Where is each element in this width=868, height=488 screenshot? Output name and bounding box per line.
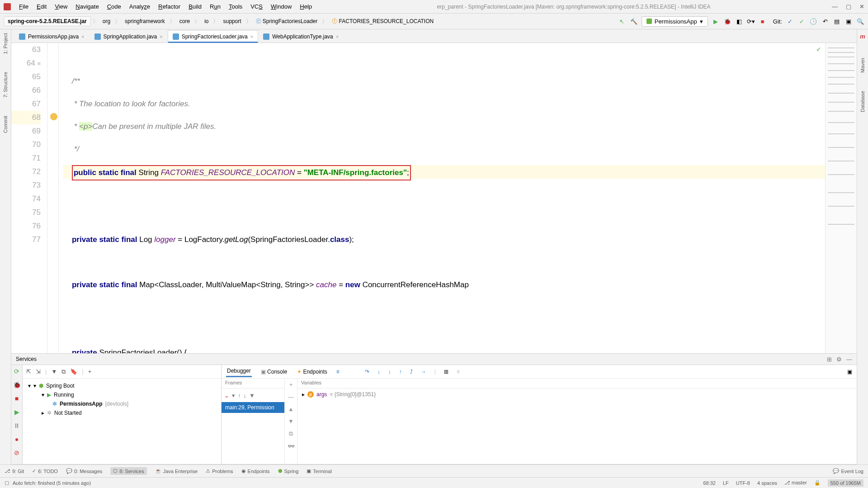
search-icon[interactable]: 🔍 bbox=[856, 17, 864, 25]
layout-icon[interactable]: ▣ bbox=[847, 369, 852, 375]
thread-icon[interactable]: ⌄ bbox=[224, 392, 229, 399]
tool-maven[interactable]: Maven bbox=[860, 58, 865, 73]
tool-todo[interactable]: ✓6: TODO bbox=[32, 468, 58, 474]
inspection-ok-icon[interactable]: ✓ bbox=[816, 46, 821, 53]
breadcrumb-item[interactable]: core bbox=[177, 17, 193, 25]
filter-icon[interactable]: ▼ bbox=[51, 368, 57, 375]
frame-item[interactable]: main:29, Permission bbox=[222, 402, 284, 413]
variable-row[interactable]: ▸p args = {String[0]@1351} bbox=[302, 391, 852, 398]
git-commit-icon[interactable]: ✓ bbox=[797, 17, 806, 25]
editor[interactable]: ✓ 6364 ≡65666768697071727374757677 /** *… bbox=[11, 43, 857, 353]
glasses-icon[interactable]: 👓 bbox=[288, 443, 295, 450]
encoding[interactable]: UTF-8 bbox=[736, 480, 750, 486]
debug-icon[interactable]: 🐞 bbox=[723, 17, 731, 25]
minimize-icon[interactable]: — bbox=[832, 3, 838, 10]
close-icon[interactable]: × bbox=[250, 34, 253, 39]
tab-web-application-type[interactable]: WebApplicationType.java× bbox=[258, 30, 344, 43]
collapse-all-icon[interactable]: ⇲ bbox=[36, 368, 41, 375]
remove-watch-icon[interactable]: — bbox=[288, 393, 294, 400]
evaluate-icon[interactable]: ⊞ bbox=[444, 369, 448, 375]
menu-build[interactable]: Build bbox=[185, 1, 205, 12]
menu-view[interactable]: View bbox=[51, 1, 71, 12]
memory-indicator[interactable]: 550 of 1965M bbox=[828, 479, 863, 487]
down-icon[interactable]: ▼ bbox=[288, 418, 294, 425]
fold-column[interactable] bbox=[47, 43, 59, 353]
menu-run[interactable]: Run bbox=[206, 1, 224, 12]
menu-code[interactable]: Code bbox=[104, 1, 125, 12]
close-icon[interactable]: ✕ bbox=[859, 3, 864, 10]
gear-icon[interactable]: ⚙ bbox=[836, 356, 842, 363]
maven-icon[interactable]: m bbox=[860, 33, 865, 40]
tool-git[interactable]: ⎇9: Git bbox=[5, 468, 24, 474]
tool-problems[interactable]: ⚠Problems bbox=[206, 468, 233, 474]
frames-list[interactable]: main:29, Permission bbox=[222, 402, 284, 464]
close-icon[interactable]: × bbox=[81, 34, 84, 39]
tool-services[interactable]: ⬡8: Services bbox=[110, 467, 146, 475]
breadcrumb-item[interactable]: ⓒ SpringFactoriesLoader bbox=[253, 17, 321, 26]
run-icon[interactable]: 🐞 bbox=[13, 381, 21, 389]
group-icon[interactable]: ⧉ bbox=[61, 368, 66, 375]
mute-bp-icon[interactable]: ⊘ bbox=[14, 449, 19, 456]
tree-app[interactable]: ✲PermissionsApp [devtools] bbox=[26, 399, 217, 408]
run-icon[interactable]: ▶ bbox=[712, 17, 720, 25]
bookmark-icon[interactable]: 🔖 bbox=[70, 368, 77, 375]
tab-debugger[interactable]: Debugger bbox=[226, 366, 252, 377]
step-into-icon[interactable]: ↓ bbox=[377, 369, 380, 375]
rerun-icon[interactable]: ⟳ bbox=[14, 368, 19, 375]
services-tree-body[interactable]: ▾▾⬢Spring Boot ▾▶Running ✲PermissionsApp… bbox=[23, 379, 221, 464]
git-history-icon[interactable]: 🕓 bbox=[809, 17, 817, 25]
menu-refactor[interactable]: Refactor bbox=[155, 1, 184, 12]
menu-file[interactable]: File bbox=[15, 1, 32, 12]
stop-icon[interactable]: ■ bbox=[15, 395, 19, 402]
resume-icon[interactable]: ▶ bbox=[14, 408, 19, 416]
tool-messages[interactable]: 💬0: Messages bbox=[66, 468, 102, 474]
run-config-selector[interactable]: PermissionsApp ▾ bbox=[642, 16, 708, 27]
pause-icon[interactable]: ⏸ bbox=[14, 422, 20, 429]
run-to-cursor-icon[interactable]: → bbox=[421, 369, 426, 375]
tool-structure[interactable]: 7: Structure bbox=[3, 72, 8, 98]
stop-icon[interactable]: ■ bbox=[759, 17, 767, 25]
breakpoints-icon[interactable]: ● bbox=[15, 436, 19, 443]
breadcrumb-item[interactable]: springframework bbox=[122, 17, 168, 25]
drop-frame-icon[interactable]: ⤴ bbox=[410, 369, 413, 375]
back-icon[interactable]: ↖ bbox=[618, 17, 626, 25]
step-out-icon[interactable]: ↑ bbox=[399, 369, 402, 375]
menu-edit[interactable]: Edit bbox=[33, 1, 50, 12]
maximize-icon[interactable]: ▢ bbox=[846, 3, 851, 10]
profile-icon[interactable]: ⟳▾ bbox=[747, 17, 755, 25]
status-icon[interactable]: ▢ bbox=[5, 480, 9, 486]
intention-bulb-icon[interactable] bbox=[50, 113, 57, 120]
copy-icon[interactable]: ⧉ bbox=[289, 430, 293, 437]
force-step-into-icon[interactable]: ↓ bbox=[388, 369, 391, 375]
breadcrumb-item[interactable]: support bbox=[220, 17, 244, 25]
tree-not-started[interactable]: ▸✲Not Started bbox=[26, 408, 217, 417]
tool-endpoints[interactable]: ◉Endpoints bbox=[241, 468, 270, 474]
menu-window[interactable]: Window bbox=[267, 1, 295, 12]
caret-position[interactable]: 68:32 bbox=[703, 480, 716, 486]
tree-running[interactable]: ▾▶Running bbox=[26, 390, 217, 399]
menu-tools[interactable]: Tools bbox=[225, 1, 246, 12]
git-update-icon[interactable]: ✓ bbox=[786, 17, 794, 25]
services-layout-icon[interactable]: ⊞ bbox=[827, 356, 832, 363]
minimap[interactable] bbox=[825, 43, 857, 353]
next-frame-icon[interactable]: ↓ bbox=[244, 392, 247, 399]
indent[interactable]: 4 spaces bbox=[757, 480, 777, 486]
expand-all-icon[interactable]: ⇱ bbox=[26, 368, 31, 375]
threads-icon[interactable]: ≡ bbox=[336, 369, 340, 375]
code-area[interactable]: /** * The location to look for factories… bbox=[59, 43, 825, 353]
coverage-icon[interactable]: ◧ bbox=[735, 17, 743, 25]
git-rollback-icon[interactable]: ↶ bbox=[821, 17, 829, 25]
tab-console[interactable]: ▣ Console bbox=[260, 367, 288, 377]
tab-spring-application[interactable]: SpringApplication.java× bbox=[90, 30, 168, 43]
tab-spring-factories-loader[interactable]: SpringFactoriesLoader.java× bbox=[168, 30, 259, 43]
step-over-icon[interactable]: ↷ bbox=[365, 369, 369, 375]
trace-icon[interactable]: ≡ bbox=[457, 369, 460, 375]
menu-analyze[interactable]: Analyze bbox=[126, 1, 154, 12]
menu-help[interactable]: Help bbox=[296, 1, 316, 12]
tree-root[interactable]: ▾▾⬢Spring Boot bbox=[26, 381, 217, 390]
tool-database[interactable]: Database bbox=[860, 91, 865, 112]
close-icon[interactable]: × bbox=[160, 34, 162, 39]
chevron-down-icon[interactable]: ▾ bbox=[232, 392, 235, 399]
tab-endpoints[interactable]: ✦ Endpoints bbox=[296, 367, 328, 377]
lock-icon[interactable]: 🔒 bbox=[814, 480, 821, 486]
